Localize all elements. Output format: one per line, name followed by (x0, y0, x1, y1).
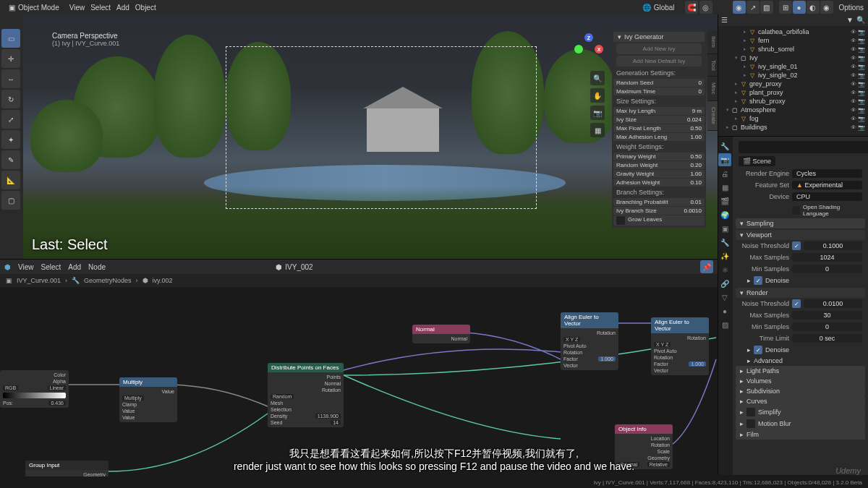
vp-noise-checkbox[interactable]: ✓ (792, 241, 801, 250)
crumb-modifier[interactable]: GeometryNodes (84, 277, 132, 284)
camera-render-icon[interactable]: 📷 (858, 107, 865, 114)
proptab-data[interactable]: ▽ (718, 291, 731, 304)
properties-search[interactable] (739, 141, 868, 153)
axis-z[interactable]: Z (584, 33, 593, 42)
orientation-selector[interactable]: 🌐Global (638, 3, 679, 12)
filter-icon[interactable]: ▼ (846, 16, 854, 24)
viewport-sampling-header[interactable]: ▾ Viewport (736, 230, 865, 240)
proptab-scene[interactable]: 🎬 (718, 194, 731, 207)
prop-max-adhesion[interactable]: Max Adhesion Leng1.00 (613, 133, 705, 141)
tool-select[interactable]: ▭ (1, 29, 20, 48)
tool-cursor[interactable]: ✛ (1, 49, 20, 68)
pin-icon[interactable]: 📌 (700, 260, 713, 273)
device-dropdown[interactable]: CPU (792, 192, 862, 201)
prop-branch-prob[interactable]: Branching Probabilit0.01 (613, 198, 705, 206)
shading-matpreview[interactable]: ◐ (807, 1, 820, 14)
add-ivy-button[interactable]: Add New Ivy (616, 43, 702, 54)
node-menu-add[interactable]: Add (68, 263, 81, 271)
prop-primary-weight[interactable]: Primary Weight0.50 (613, 153, 705, 160)
proptab-particle[interactable]: ✨ (718, 249, 731, 262)
camera-render-icon[interactable]: 📷 (858, 116, 865, 122)
outliner-row[interactable]: ▸▽ivy_single_01👁📷 (720, 62, 867, 71)
crumb-group[interactable]: ivy.002 (153, 277, 173, 284)
simplify-header[interactable]: ▸ Simplify (736, 406, 865, 418)
eye-icon[interactable]: 👁 (851, 98, 856, 105)
outliner-row[interactable]: ▸▽plant_proxy👁📷 (720, 88, 867, 97)
proptab-modifier[interactable]: 🔧 (718, 236, 731, 249)
eye-icon[interactable]: 👁 (851, 90, 856, 96)
subdivision-header[interactable]: ▸ Subdivision (736, 386, 865, 396)
proptab-constraint[interactable]: 🔗 (718, 277, 731, 290)
npanel-tool[interactable]: Tool (707, 54, 718, 77)
eye-icon[interactable]: 👁 (851, 29, 856, 35)
vp-denoise-checkbox[interactable]: ✓ (754, 276, 762, 285)
axis-x[interactable]: X (595, 45, 603, 53)
camera-render-icon[interactable]: 📷 (858, 38, 865, 44)
eye-icon[interactable]: 👁 (851, 81, 856, 87)
node-multiply[interactable]: Multiply Value Multiply Clamp Value Valu… (119, 377, 177, 422)
tool-scale[interactable]: ⤢ (1, 110, 20, 129)
proptab-object[interactable]: ▣ (718, 222, 731, 235)
volumes-header[interactable]: ▸ Volumes (736, 376, 865, 386)
eye-icon[interactable]: 👁 (851, 107, 856, 114)
time-limit[interactable]: 0 sec (792, 334, 862, 343)
node-menu-select[interactable]: Select (41, 263, 61, 271)
prop-gravity-weight[interactable]: Gravity Weight1.00 (613, 170, 705, 178)
eye-icon[interactable]: 👁 (851, 116, 856, 122)
proptab-render[interactable]: 📷 (718, 153, 731, 166)
proptab-physics[interactable]: ⚛ (718, 263, 731, 276)
camera-icon[interactable]: 📷 (590, 106, 605, 120)
prop-max-ivy-length[interactable]: Max Ivy Length9 m (613, 107, 705, 115)
npanel-item[interactable]: Item (707, 30, 718, 54)
feature-set-dropdown[interactable]: ▲ Experimental (792, 181, 862, 189)
shading-rendered[interactable]: ◉ (820, 1, 833, 14)
tool-measure[interactable]: 📐 (1, 171, 20, 189)
rd-noise-value[interactable]: 0.0100 (804, 299, 862, 308)
outliner-icon[interactable]: ☰ (721, 16, 728, 24)
perspective-icon[interactable]: ▦ (590, 123, 605, 137)
overlay-toggle[interactable]: ◉ (733, 1, 746, 14)
viewport-menu-add[interactable]: Add (116, 4, 129, 12)
node-align-euler-1[interactable]: Align Euler to Vector Rotation X Y Z Piv… (561, 312, 618, 370)
editor-type-icon[interactable]: ⬢ (4, 263, 11, 271)
prop-random-weight[interactable]: Random Weight0.20 (613, 161, 705, 169)
prop-max-float[interactable]: Max Float Length0.50 (613, 124, 705, 132)
geometry-node-editor[interactable]: ⬢ View Select Add Node ⬢IVY_002 📌 ▣ IVY_… (0, 259, 718, 475)
outliner-row[interactable]: ▸▽shrub_sorrel👁📷 (720, 45, 867, 53)
options-dropdown[interactable]: Options (839, 4, 864, 12)
vp-min-samples[interactable]: 0 (792, 265, 862, 273)
prop-ivy-size[interactable]: Ivy Size0.024 (613, 116, 705, 124)
tool-rotate[interactable]: ↻ (1, 90, 20, 108)
outliner-tree[interactable]: ▸▽calathea_orbifolia👁📷▸▽fern👁📷▸▽shrub_so… (718, 26, 868, 133)
ivy-panel-header[interactable]: ▾ Ivy Generator (613, 32, 705, 42)
xray-toggle[interactable]: ▧ (760, 1, 773, 14)
light-paths-header[interactable]: ▸ Light Paths (736, 366, 865, 376)
vp-noise-value[interactable]: 0.1000 (804, 241, 862, 250)
outliner-row[interactable]: ▸▽fog👁📷 (720, 114, 867, 123)
viewport-menu-view[interactable]: View (69, 4, 85, 12)
proptab-texture[interactable]: ▨ (718, 318, 731, 331)
outliner-row[interactable]: ▸▽fern👁📷 (720, 36, 867, 45)
eye-icon[interactable]: 👁 (851, 38, 856, 44)
camera-render-icon[interactable]: 📷 (858, 29, 865, 35)
3d-viewport[interactable]: Camera Perspective (1) Ivy | IVY_Curve.0… (23, 13, 718, 259)
rd-min-samples[interactable]: 0 (792, 322, 862, 331)
eye-icon[interactable]: 👁 (851, 124, 856, 131)
camera-render-icon[interactable]: 📷 (858, 81, 865, 87)
nodegroup-selector[interactable]: ⬢IVY_002 (271, 262, 317, 272)
proptab-viewlayer[interactable]: ▦ (718, 181, 731, 194)
outliner-row[interactable]: ▸▽calathea_orbifolia👁📷 (720, 27, 867, 36)
tool-move[interactable]: ↔ (1, 69, 20, 88)
node-menu-view[interactable]: View (18, 263, 34, 271)
add-default-ivy-button[interactable]: Add New Default Ivy (616, 56, 702, 67)
pan-icon[interactable]: ✋ (590, 88, 605, 103)
rd-max-samples[interactable]: 30 (792, 311, 862, 320)
npanel-misc[interactable]: Misc (707, 77, 718, 100)
proptab-material[interactable]: ● (718, 304, 731, 317)
camera-render-icon[interactable]: 📷 (858, 55, 865, 61)
zoom-icon[interactable]: 🔍 (590, 71, 605, 85)
camera-render-icon[interactable]: 📷 (858, 98, 865, 105)
node-colorramp[interactable]: Color Alpha RGBLinear Pos:0.436 (0, 370, 69, 408)
shading-solid[interactable]: ● (793, 1, 806, 14)
simplify-checkbox[interactable] (746, 408, 755, 416)
